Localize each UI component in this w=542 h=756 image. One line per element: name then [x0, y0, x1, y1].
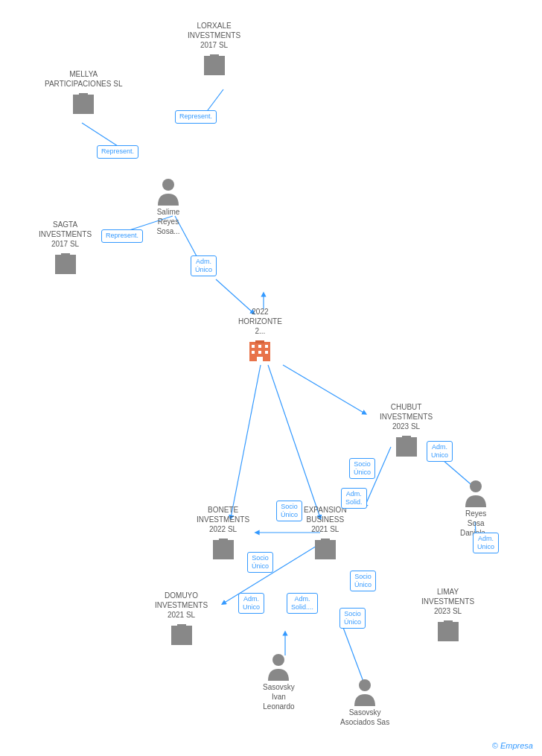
expansion-node: EXPANSION BUSINESS 2021 SL — [304, 505, 347, 562]
watermark: © Empresa — [492, 741, 533, 750]
svg-rect-22 — [220, 65, 223, 68]
svg-rect-56 — [398, 446, 401, 449]
svg-rect-31 — [89, 104, 92, 107]
svg-rect-21 — [213, 65, 216, 68]
svg-rect-78 — [321, 539, 330, 541]
diagram-container: LORXALE INVESTMENTS 2017 SL MELLYA PARTI… — [0, 0, 542, 756]
svg-rect-27 — [82, 98, 85, 101]
svg-rect-87 — [177, 624, 186, 627]
badge-adm-unico-salime: Adm.Único — [191, 255, 217, 276]
horizonte-building-icon — [246, 337, 273, 364]
svg-rect-54 — [405, 440, 408, 443]
svg-rect-77 — [322, 555, 328, 559]
svg-point-99 — [272, 654, 284, 666]
chubut-node: CHUBUT INVESTMENTS 2023 SL — [380, 402, 433, 460]
svg-rect-17 — [206, 59, 209, 62]
svg-rect-38 — [57, 264, 60, 267]
svg-rect-73 — [331, 543, 334, 546]
svg-point-100 — [359, 679, 371, 691]
domuyo-building-icon — [168, 621, 195, 648]
mellya-node: MELLYA PARTICIPACIONES SL — [45, 69, 122, 117]
svg-rect-68 — [220, 555, 226, 559]
sagta-building-icon — [52, 250, 79, 277]
horizonte-label: 2022 HORIZONTE 2... — [238, 307, 282, 336]
svg-rect-86 — [179, 641, 185, 645]
svg-rect-30 — [82, 104, 85, 107]
sagta-node: SAGTA INVESTMENTS 2017 SL — [39, 220, 92, 277]
svg-line-14 — [342, 626, 363, 682]
badge-adm-unico-bonete: Adm.Unico — [238, 593, 264, 614]
svg-rect-32 — [80, 109, 86, 114]
badge-adm-solid-expansion: Adm.Solid. — [341, 488, 367, 509]
svg-rect-35 — [57, 258, 60, 261]
bonete-building-icon — [210, 536, 237, 562]
salime-person: SalimeReyesSosa... — [156, 177, 180, 236]
horizonte-node: 2022 HORIZONTE 2... — [238, 307, 282, 364]
svg-rect-60 — [402, 436, 411, 439]
chubut-building-icon — [393, 433, 420, 460]
svg-rect-69 — [219, 539, 228, 541]
badge-adm-unico-reyes: Adm.Unico — [473, 533, 499, 553]
badge-represent-2: Represent. — [97, 145, 138, 159]
sasovsky-asoc-icon — [353, 678, 377, 706]
domuyo-node: DOMUYO INVESTMENTS 2021 SL — [155, 591, 208, 648]
svg-rect-45 — [258, 345, 261, 348]
svg-rect-63 — [222, 543, 225, 546]
svg-point-98 — [470, 480, 482, 492]
expansion-label: EXPANSION BUSINESS 2021 SL — [304, 505, 347, 534]
reyes-person-icon — [464, 479, 488, 507]
limay-label: LIMAY INVESTMENTS 2023 SL — [421, 587, 474, 616]
svg-rect-89 — [440, 625, 443, 628]
svg-rect-59 — [404, 452, 409, 457]
salime-label: SalimeReyesSosa... — [156, 207, 179, 236]
svg-rect-57 — [405, 446, 408, 449]
svg-rect-75 — [324, 549, 327, 552]
svg-rect-33 — [79, 93, 88, 96]
svg-rect-80 — [173, 629, 176, 632]
svg-rect-26 — [75, 98, 78, 101]
sasovsky-ivan-icon — [267, 652, 290, 681]
sasovsky-asoc-label: SasovskyAsociados Sas — [340, 708, 389, 727]
svg-rect-47 — [252, 351, 255, 354]
svg-rect-55 — [412, 440, 415, 443]
badge-socio-unico-bonete: SocioÚnico — [247, 552, 273, 573]
mellya-label: MELLYA PARTICIPACIONES SL — [45, 69, 122, 89]
badge-adm-solid-bonete: Adm.Solid.... — [287, 593, 318, 614]
svg-rect-49 — [265, 351, 268, 354]
chubut-label: CHUBUT INVESTMENTS 2023 SL — [380, 402, 433, 431]
svg-rect-72 — [324, 543, 327, 546]
svg-rect-76 — [331, 549, 334, 552]
svg-rect-20 — [206, 65, 209, 68]
svg-rect-50 — [257, 357, 263, 361]
svg-rect-48 — [258, 351, 261, 354]
badge-adm-unico-chubut: Adm.Unico — [427, 441, 453, 462]
badge-socio-unico-chubut: SocioÚnico — [349, 458, 375, 479]
svg-rect-37 — [71, 258, 74, 261]
domuyo-label: DOMUYO INVESTMENTS 2021 SL — [155, 591, 208, 620]
svg-rect-74 — [317, 549, 320, 552]
svg-line-8 — [231, 365, 261, 518]
mellya-building-icon — [70, 90, 97, 117]
svg-rect-66 — [222, 549, 225, 552]
svg-line-6 — [283, 365, 365, 413]
svg-rect-19 — [220, 59, 223, 62]
svg-rect-51 — [255, 340, 264, 343]
svg-rect-29 — [75, 104, 78, 107]
svg-rect-71 — [317, 543, 320, 546]
svg-rect-46 — [265, 345, 268, 348]
svg-rect-44 — [252, 345, 255, 348]
svg-rect-18 — [213, 59, 216, 62]
reyes-person: ReyesSosaDaniela... — [460, 479, 491, 538]
lorxale-building-icon — [201, 51, 228, 78]
svg-rect-41 — [63, 270, 68, 274]
salime-person-icon — [156, 177, 180, 206]
svg-rect-93 — [447, 631, 450, 634]
svg-rect-96 — [444, 620, 453, 623]
sasovsky-asoc-person: SasovskyAsociados Sas — [340, 678, 389, 727]
svg-rect-84 — [180, 635, 183, 638]
bonete-label: BONETE INVESTMENTS 2022 SL — [197, 505, 249, 534]
svg-rect-95 — [445, 637, 451, 641]
svg-rect-53 — [398, 440, 401, 443]
svg-rect-82 — [187, 629, 190, 632]
svg-rect-65 — [215, 549, 218, 552]
